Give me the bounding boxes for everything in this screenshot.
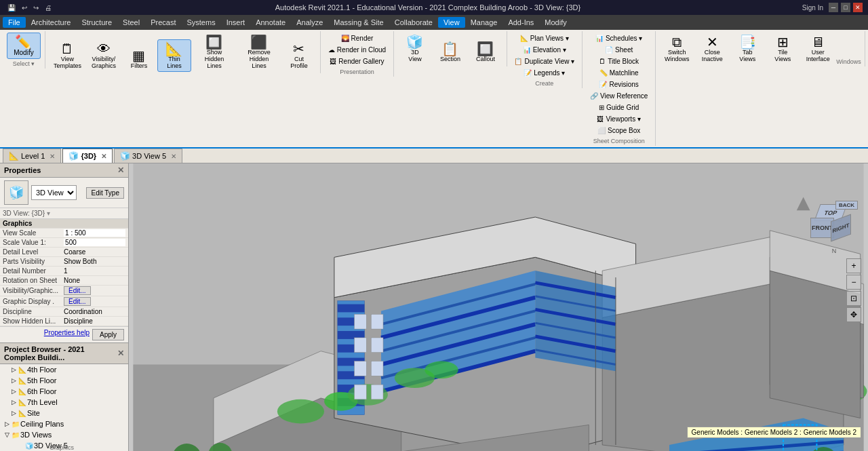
modify-icon: ✏️ [15,35,32,49]
properties-help-link[interactable]: Properties help [44,329,90,340]
view-templates-button[interactable]: 🗒 ViewTemplates [50,39,85,72]
plan-views-button[interactable]: 📐 Plan Views ▾ [517,33,572,44]
title-bar: 💾 ↩ ↪ 🖨 Autodesk Revit 2021.1 - Educatio… [0,0,868,15]
tab-views-button[interactable]: 📑 TabViews [730,33,764,65]
section-button[interactable]: 📋 Section [433,39,467,65]
matchline-button[interactable]: 📏 Matchline [596,67,642,79]
menu-architecture[interactable]: Architecture [26,17,77,28]
render-cloud-button[interactable]: ☁ Render in Cloud [325,44,389,56]
prop-row-discipline: Discipline Coordination [0,307,128,317]
graphic-display-edit-button[interactable]: Edit... [64,297,91,306]
current-view-label: 3D View: {3D} ▾ [0,208,128,219]
render-gallery-button[interactable]: 🖼 Render Gallery [326,56,387,67]
menu-addins[interactable]: Add-Ins [502,17,539,28]
window-controls[interactable]: ─ □ ✕ [829,3,863,12]
tab-3dview5-close[interactable]: ✕ [171,153,176,160]
zoom-in-button[interactable]: + [846,258,861,273]
tree-item-7thlevel[interactable]: ▷ 📐 7th Level [0,397,128,408]
viewcube-back-label[interactable]: BACK [835,201,858,210]
tab-level1[interactable]: 📐 Level 1 ✕ [3,149,61,163]
menu-file[interactable]: File [3,17,26,28]
tree-item-5thfloor[interactable]: ▷ 📐 5th Floor [0,375,128,386]
prop-row-graphicdisplay: Graphic Display . Edit... [0,296,128,307]
zoom-out-button[interactable]: − [846,275,861,290]
legends-button[interactable]: 📝 Legends ▾ [520,67,568,79]
menu-annotate[interactable]: Annotate [250,17,291,28]
close-button[interactable]: ✕ [853,3,863,12]
schedules-button[interactable]: 📊 Schedules ▾ [592,33,646,44]
tab-3d-icon: 🧊 [68,151,79,161]
menu-structure[interactable]: Structure [76,17,117,28]
show-hidden-lines-button[interactable]: 🔲 ShowHidden Lines [193,33,236,72]
prop-row-partsvisibility: Parts Visibility Show Both [0,257,128,267]
minimize-button[interactable]: ─ [829,3,838,12]
duplicate-view-button[interactable]: 📋 Duplicate View ▾ [511,56,578,67]
tab-level1-close[interactable]: ✕ [50,153,55,160]
properties-apply-button[interactable]: Apply [92,329,124,340]
maximize-button[interactable]: □ [841,3,850,12]
view-scale-input[interactable] [64,229,125,237]
visibility-graphics-button[interactable]: 👁 Visibility/Graphics [87,39,121,72]
filters-icon: ▦ [132,49,145,62]
tree-item-ceilingplans[interactable]: ▷ 📁 Ceiling Plans [0,418,128,429]
viewcube[interactable]: TOP FRONT RIGHT BACK [810,204,851,245]
title-block-button[interactable]: 🗒 Title Block [595,56,642,67]
tree-item-3dviews[interactable]: ▽ 📁 3D Views [0,429,128,440]
revisions-button[interactable]: 📝 Revisions [595,79,642,90]
elevation-button[interactable]: 📊 Elevation ▾ [519,44,570,56]
thin-lines-icon: 📐 [165,42,182,56]
viewports-button[interactable]: 🖼 Viewports ▾ [593,113,644,125]
menu-modify[interactable]: Modify [539,17,572,28]
menu-manage[interactable]: Manage [465,17,503,28]
user-interface-button[interactable]: 🖥 UserInterface [801,33,835,65]
view-reference-button[interactable]: 🔗 View Reference [587,90,651,102]
tab-views-icon: 📑 [739,35,756,49]
menu-view[interactable]: View [438,17,465,28]
save-button[interactable]: 💾 [5,3,18,12]
thin-lines-button[interactable]: 📐 ThinLines [157,39,191,72]
properties-close-button[interactable]: ✕ [117,165,124,175]
nav-cube[interactable]: TOP FRONT RIGHT BACK N [810,204,858,252]
tab-level1-icon: 📐 [9,151,19,161]
zoom-fit-button[interactable]: ⊡ [846,291,861,306]
menu-systems[interactable]: Systems [181,17,220,28]
modify-button[interactable]: ✏️ Modify [7,33,41,59]
tab-3dview5[interactable]: 🧊 3D View 5 ✕ [114,149,182,163]
pan-button[interactable]: ✥ [846,307,861,322]
cut-profile-button[interactable]: ✂ CutProfile [282,39,316,72]
menu-massing[interactable]: Massing & Site [328,17,389,28]
tile-views-button[interactable]: ⊞ TileViews [766,33,800,65]
filters-button[interactable]: ▦ Filters [122,46,156,72]
tab-3d-close[interactable]: ✕ [101,153,106,160]
tab-3d[interactable]: 🧊 {3D} ✕ [62,149,113,163]
scale-value-input[interactable] [64,239,125,246]
close-inactive-button[interactable]: ✕ CloseInactive [695,33,729,65]
menu-collaborate[interactable]: Collaborate [389,17,438,28]
view-type-dropdown[interactable]: 3D View [31,185,77,200]
3d-view-button[interactable]: 🧊 3DView [398,33,432,65]
project-browser-close[interactable]: ✕ [117,349,124,358]
menu-precast[interactable]: Precast [145,17,181,28]
menu-insert[interactable]: Insert [221,17,251,28]
redo-button[interactable]: ↪ [31,3,41,12]
tree-item-4thfloor[interactable]: ▷ 📐 4th Floor [0,364,128,375]
viewport[interactable]: Generic Models : Generic Models 2 : Gene… [129,163,868,451]
render-button[interactable]: 🌄 Render [338,33,377,44]
undo-button[interactable]: ↩ [20,3,29,12]
sheet-button[interactable]: 📄 Sheet [601,44,636,56]
menu-steel[interactable]: Steel [117,17,145,28]
edit-type-button[interactable]: Edit Type [86,187,124,199]
tree-item-site[interactable]: ▷ 📐 Site [0,408,128,418]
scope-box-button[interactable]: ⬜ Scope Box [594,125,644,136]
switch-windows-button[interactable]: ⧉ SwitchWindows [660,33,694,65]
sign-in-button[interactable]: Sign In [802,4,823,12]
callout-button[interactable]: 🔲 Callout [469,39,502,65]
menu-analyze[interactable]: Analyze [291,17,328,28]
quick-access-toolbar[interactable]: 💾 ↩ ↪ 🖨 [5,3,54,12]
remove-hidden-lines-button[interactable]: ⬛ RemoveHidden Lines [237,33,281,72]
guide-grid-button[interactable]: ⊞ Guide Grid [595,102,642,113]
visibility-edit-button[interactable]: Edit... [64,286,91,295]
tree-item-6thfloor[interactable]: ▷ 📐 6th Floor [0,386,128,397]
print-button[interactable]: 🖨 [43,3,54,12]
ribbon: ✏️ Modify Select ▾ 🗒 ViewTemplates 👁 Vis… [0,30,868,149]
